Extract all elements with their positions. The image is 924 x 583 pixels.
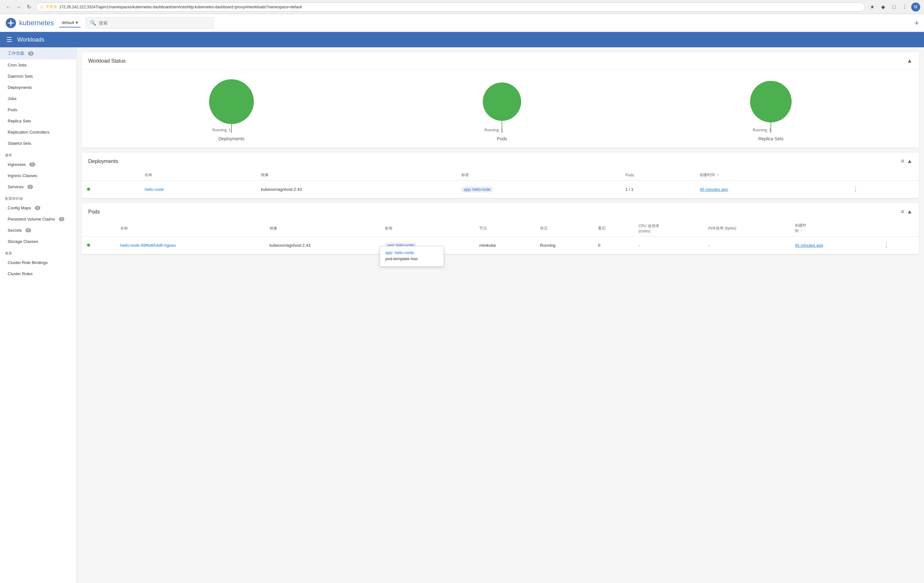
pods-col-tags: 标签 — [380, 220, 474, 237]
menu-toggle-button[interactable]: ☰ — [7, 36, 12, 43]
pods-filter-button[interactable]: ≡ — [901, 208, 904, 215]
sidebar-item-pods[interactable]: Pods — [0, 104, 76, 115]
pods-actions: ≡ ▲ — [901, 208, 912, 215]
pods-more-button[interactable]: ⋮ — [882, 240, 891, 250]
sidebar-pvc-badge: N — [59, 217, 64, 221]
content-area: Workload Status ▲ Running: 1 Deployments — [77, 47, 924, 583]
deployments-row-0-pods: 1 / 1 — [620, 181, 695, 198]
deployments-row-0-tag: app: hello-node — [456, 181, 620, 198]
chart-pods: Running: 1 Pods — [480, 76, 524, 141]
pods-row-0-restarts: 0 — [593, 237, 633, 254]
sidebar-item-stateful-sets[interactable]: Stateful Sets — [0, 138, 76, 149]
deployments-row-0-created: 45 minutes ago — [695, 181, 846, 198]
sidebar-item-pvc[interactable]: Persistent Volume Claims N — [0, 214, 76, 225]
sidebar-item-secrets[interactable]: Secrets N — [0, 225, 76, 236]
sidebar-item-services[interactable]: Services N — [0, 181, 76, 193]
sidebar-item-storage-classes[interactable]: Storage Classes — [0, 236, 76, 247]
sidebar-services-section: 服务 — [0, 149, 76, 159]
security-warning-text: 不安全 — [46, 4, 57, 10]
page-header-bar: ☰ Workloads — [0, 32, 924, 47]
security-warning-icon: ⚠ — [40, 5, 44, 9]
sidebar-cluster-section: 集群 — [0, 247, 76, 257]
pods-collapse-button[interactable]: ▲ — [907, 208, 912, 215]
sidebar-cron-jobs-label: Cron Jobs — [8, 63, 26, 68]
sidebar-item-workloads[interactable]: 工作负载 N — [0, 47, 76, 59]
svg-text:Running: 1: Running: 1 — [752, 128, 771, 132]
sidebar-item-cluster-roles[interactable]: Cluster Roles — [0, 268, 76, 279]
chart-deployments: Running: 1 Deployments — [206, 76, 257, 141]
search-bar[interactable]: 🔍 — [86, 17, 214, 29]
pods-row-0-tags: app: hello-node app: hello-node pod-temp… — [380, 237, 474, 254]
sidebar-item-deployments[interactable]: Deployments — [0, 82, 76, 93]
deployment-created-link[interactable]: 45 minutes ago — [700, 187, 728, 192]
deployments-row-0-image: kubeovn/agnhost:2.43 — [256, 181, 456, 198]
tooltip-tag-2-text: pod-template-has — [385, 256, 417, 261]
add-resource-button[interactable]: + — [914, 18, 919, 28]
pods-col-image: 镜像 — [264, 220, 380, 237]
sidebar-item-daemon-sets[interactable]: Daemon Sets — [0, 71, 76, 82]
deployment-name-link[interactable]: hello-node — [145, 187, 164, 192]
sidebar-cluster-roles-label: Cluster Roles — [8, 272, 33, 276]
sidebar-workloads-badge: N — [28, 51, 33, 56]
sidebar-item-ingresses[interactable]: Ingresses N — [0, 159, 76, 170]
nav-refresh-button[interactable]: ↻ — [24, 3, 33, 12]
status-indicator — [87, 188, 90, 191]
namespace-selector[interactable]: default ▾ — [59, 18, 81, 28]
pods-row-0-image: kubeovn/agnhost:2.43 — [264, 237, 380, 254]
header-right: + — [914, 18, 919, 28]
nav-back-button[interactable]: ← — [4, 3, 13, 12]
deployments-col-name-label: 名称 — [139, 170, 256, 181]
pod-name-link[interactable]: hello-node-69f6d854d6-hgswv — [120, 243, 176, 248]
sidebar-replica-sets-label: Replica Sets — [8, 119, 31, 124]
svg-point-12 — [750, 81, 792, 122]
workload-status-collapse-button[interactable]: ▲ — [907, 58, 912, 64]
svg-point-6 — [209, 79, 254, 124]
nav-forward-button[interactable]: → — [14, 3, 23, 12]
kubernetes-logo-icon — [5, 17, 16, 29]
namespace-value: default — [62, 20, 74, 25]
settings-button[interactable]: ⋮ — [900, 3, 909, 12]
sidebar-item-cron-jobs[interactable]: Cron Jobs — [0, 59, 76, 71]
address-bar[interactable]: ⚠ 不安全 172.26.242.222:33247/api/v1/namesp… — [36, 3, 865, 12]
sidebar-workloads-label: 工作负载 — [8, 51, 24, 56]
deployments-card-header: Deployments ≡ ▲ — [82, 153, 919, 170]
chart-replica-sets-svg: Running: 1 — [747, 76, 795, 133]
workload-status-header: Workload Status ▲ — [82, 53, 919, 70]
deployments-col-pods: Pods — [620, 170, 695, 181]
browser-nav-buttons: ← → ↻ — [4, 3, 33, 12]
pod-created-link[interactable]: 45 minutes ago — [795, 243, 823, 248]
pods-col-state: 状态 — [535, 220, 593, 237]
sidebar-item-config-maps[interactable]: Config Maps N — [0, 203, 76, 214]
pods-col-created[interactable]: 创建时间 ↑ — [790, 220, 877, 237]
tooltip-tag-1-text: app: hello-node — [385, 250, 414, 255]
pods-col-status-dot — [82, 220, 115, 237]
deployments-sort-arrow: ↑ — [717, 173, 719, 177]
deployments-filter-button[interactable]: ≡ — [901, 158, 904, 165]
sidebar-deployments-label: Deployments — [8, 85, 32, 90]
deployments-col-created[interactable]: 创建时间 ↑ — [695, 170, 846, 181]
deployments-col-tags: 标签 — [456, 170, 620, 181]
search-input[interactable] — [99, 20, 210, 26]
pods-row-0-name: hello-node-69f6d854d6-hgswv — [115, 237, 264, 254]
sidebar-item-replica-sets[interactable]: Replica Sets — [0, 115, 76, 127]
sidebar-cluster-role-bindings-label: Cluster Role Bindings — [8, 260, 48, 265]
sidebar-item-replication-controllers[interactable]: Replication Controllers — [0, 127, 76, 138]
deployments-row-0-more: ⋮ — [846, 181, 919, 198]
chart-replica-sets-container: Running: 1 — [747, 76, 795, 133]
deployments-card: Deployments ≡ ▲ 名称 镜像 标签 Pods 创建时间 ↑ — [82, 153, 919, 198]
pods-sort-arrow: ↑ — [800, 229, 802, 233]
extension-button-2[interactable]: □ — [889, 3, 898, 12]
sidebar-item-ingress-classes[interactable]: Ingress Classes — [0, 170, 76, 181]
deployments-row-0-name: hello-node — [139, 181, 256, 198]
deployments-more-button[interactable]: ⋮ — [851, 184, 860, 194]
extension-button[interactable]: ◆ — [879, 3, 888, 12]
workload-status-card: Workload Status ▲ Running: 1 Deployments — [82, 53, 919, 148]
bookmark-button[interactable]: ★ — [868, 3, 877, 12]
sidebar-item-jobs[interactable]: Jobs — [0, 93, 76, 104]
sidebar-stateful-sets-label: Stateful Sets — [8, 141, 31, 146]
deployments-collapse-button[interactable]: ▲ — [907, 158, 912, 165]
sidebar-item-cluster-role-bindings[interactable]: Cluster Role Bindings — [0, 257, 76, 268]
sidebar-replication-controllers-label: Replication Controllers — [8, 130, 50, 135]
user-avatar[interactable]: 镇 — [911, 3, 920, 12]
pods-col-restarts: 重启 — [593, 220, 633, 237]
